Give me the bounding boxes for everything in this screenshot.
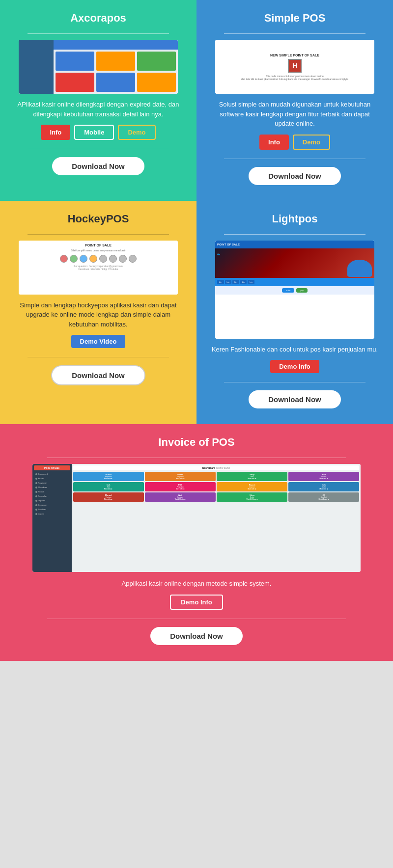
invoicepos-nav-produk: Produk [34, 489, 70, 494]
hockeypos-description: Simple dan lengkap hockyepos aplikasi ka… [10, 300, 187, 329]
axcorapos-title: Axcorapos [70, 12, 126, 25]
lightpos-download-button[interactable]: Download Now [249, 390, 341, 408]
simplepos-btn-group: Info Demo [259, 135, 330, 150]
simplepos-screenshot: NEW SIMPLE POINT OF SALE H Clik pada men… [215, 40, 374, 94]
lightpos-card: Lightpos POINT OF SALE 👟 btn btn btn btn… [196, 201, 393, 425]
avatar-2 [70, 255, 78, 263]
hockeypos-divider-bottom [28, 357, 169, 357]
invoicepos-description: Applikasi kasir online dengan metode sim… [118, 579, 276, 589]
hockeypos-mock-title: POINT OF SALE [85, 244, 112, 247]
simplepos-mock-title: NEW SIMPLE POINT OF SALE [270, 54, 319, 57]
avatar-6 [109, 255, 117, 263]
invoicepos-card: Invoice of POS Point Of Sale Dashboard A… [0, 424, 393, 661]
avatar-3 [80, 255, 87, 263]
axcorapos-info-button[interactable]: Info [41, 125, 70, 140]
hockeypos-demo-video-button[interactable]: Demo Video [71, 335, 126, 348]
simplepos-title: Simple POS [264, 12, 326, 25]
invoicepos-demo-info-button[interactable]: Demo Info [170, 595, 223, 610]
avatar-5 [99, 255, 107, 263]
simplepos-info-button[interactable]: Info [259, 135, 289, 150]
invoicepos-dashboard-subtitle: control panel [216, 466, 230, 469]
simplepos-mock-text: Clik pada menu untuk menyesman menu kasi… [241, 75, 348, 81]
axcorapos-description: APlikasi kasir online dilengkapi dengan … [10, 100, 187, 119]
invoicepos-nav-aturan: Aturan [34, 476, 70, 481]
lightpos-divider-top [224, 234, 365, 235]
axcorapos-download-button[interactable]: Download Now [52, 157, 144, 175]
invoicepos-divider-bottom [47, 619, 346, 619]
simplepos-divider-top [224, 33, 365, 34]
lightpos-mock-header-text: POINT OF SALE [217, 243, 240, 246]
avatar-1 [60, 255, 68, 263]
invoicepos-nav-karyawan: Karyawan [34, 481, 70, 485]
invoicepos-grid: AturanKaryawanMore info ⊕ UsersKaryawanM… [73, 472, 360, 502]
lightpos-btn-group: Demo Info [270, 360, 319, 373]
axcorapos-screenshot [19, 40, 178, 94]
invoicepos-nav-laporan: Laporan [34, 498, 70, 503]
simplepos-download-button[interactable]: Download Now [249, 167, 341, 185]
grid-item-shopol: ShopOnlineVisit Ol. Shop ⊕ [217, 492, 287, 502]
axcorapos-mobile-button[interactable]: Mobile [74, 125, 114, 140]
invoicepos-sidebar-brand: Point Of Sale [34, 465, 70, 470]
hockeypos-card: HockeyPOS POINT OF SALE Silahkan pilih m… [0, 201, 196, 425]
hockeypos-divider-top [28, 234, 169, 235]
axcorapos-divider-top [28, 33, 169, 34]
simplepos-mock-logo: H [288, 59, 302, 73]
lightpos-title: Lightpos [272, 213, 318, 225]
avatar-4 [89, 255, 97, 263]
invoicepos-nav-dashboard: Dashboard [34, 472, 70, 476]
invoicepos-nav-penjualan: Penjualan [34, 494, 70, 498]
invoicepos-title: Invoice of POS [158, 436, 234, 449]
simplepos-divider-bottom [224, 159, 365, 159]
lightpos-description: Keren Fashionable dan cool untuk pos kas… [208, 345, 382, 354]
simplepos-description: Solusi simple dan mudah digunakan untuk … [206, 100, 383, 129]
hockeypos-title: HockeyPOS [68, 213, 129, 225]
lightpos-divider-bottom [224, 382, 365, 382]
hockeypos-mock-contact: For question: hockeycorporation@gmail.co… [74, 265, 122, 271]
simplepos-demo-button[interactable]: Demo [293, 135, 330, 150]
grid-item-users: UsersKaryawanMore info ⊕ [145, 472, 216, 481]
invoicepos-sidebar: Point Of Sale Dashboard Aturan Karyawan … [32, 464, 72, 572]
grid-item-off: OffLog OutShout Down ⊕ [288, 492, 359, 502]
grid-item-add: AddProductMore info ⊕ [288, 472, 359, 481]
lightpos-mock-foot: 👟 [217, 252, 220, 255]
invoicepos-dashboard-header: Dashboard control panel [73, 465, 360, 470]
grid-item-aturan: AturanKaryawanMore info ⊕ [73, 472, 144, 481]
hockeypos-btn-group: Demo Video [71, 335, 126, 348]
invoicepos-download-button[interactable]: Download Now [150, 627, 243, 645]
lightpos-mock-shoe [347, 260, 372, 277]
hockeypos-screenshot: POINT OF SALE Silahkan pilih menu untuk … [19, 241, 178, 295]
grid-item-info: InfoUsahaMore info ⊕ [288, 482, 359, 491]
hockeypos-avatars [60, 255, 137, 263]
hockeypos-mock-subtitle: Silahkan pilih menu untuk menyesman menu… [71, 249, 125, 252]
grid-item-pos: POSPenjualanMore info ⊕ [145, 482, 216, 491]
invoicepos-content: Dashboard control panel AturanKaryawanMo… [72, 464, 361, 572]
invoicepos-screenshot: Point Of Sale Dashboard Aturan Karyawan … [32, 464, 361, 572]
axcorapos-demo-button[interactable]: Demo [118, 125, 155, 140]
grid-item-manual: ManualPanduanMore info ⊕ [73, 492, 144, 502]
axcorapos-divider-bottom [28, 149, 169, 149]
invoicepos-nav-shoparea: Shop Area [34, 485, 70, 489]
grid-item-cek: CekStokMore info ⊕ [73, 482, 144, 491]
grid-item-shop: ShopAreaMore info ⊕ [217, 472, 287, 481]
hockeypos-download-button[interactable]: Download Now [51, 365, 145, 385]
grid-item-report: ReportLaporanMore info ⊕ [217, 482, 287, 491]
axcorapos-btn-group: Info Mobile Demo [41, 125, 155, 140]
grid-item-web: WebCompanyVisit Website ⊕ [145, 492, 216, 502]
simplepos-card: Simple POS NEW SIMPLE POINT OF SALE H Cl… [196, 0, 393, 201]
invoicepos-divider-top [47, 458, 346, 458]
axcorapos-card: Axcorapos APlikasi kasir online dilengka… [0, 0, 196, 201]
avatar-7 [119, 255, 127, 263]
lightpos-demo-info-button[interactable]: Demo Info [270, 360, 319, 373]
invoicepos-nav-company: Company [34, 503, 70, 507]
invoicepos-nav-logout: Logout [34, 512, 70, 516]
invoicepos-dashboard-title: Dashboard [202, 466, 215, 469]
invoicepos-nav-panduan: Panduan [34, 507, 70, 512]
lightpos-screenshot: POINT OF SALE 👟 btn btn btn btn btn orde… [215, 241, 374, 339]
avatar-8 [129, 255, 137, 263]
